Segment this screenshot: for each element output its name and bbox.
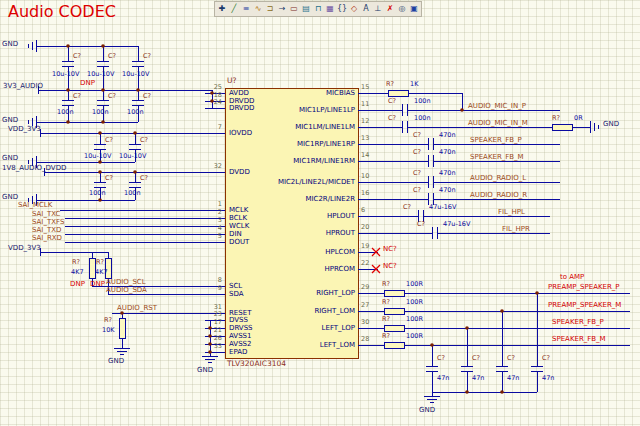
- res-value[interactable]: 0R: [574, 114, 583, 122]
- cap-value[interactable]: 10u-10V: [84, 152, 111, 160]
- res-value[interactable]: 100R: [406, 332, 423, 340]
- place-sheet-entry-icon[interactable]: ⊓: [312, 3, 324, 15]
- cap-value[interactable]: 470n: [439, 186, 456, 194]
- place-device-sheet-icon[interactable]: ▦: [324, 3, 336, 15]
- place-power-port-icon[interactable]: ⊥: [372, 3, 384, 15]
- res-value[interactable]: 4K7: [71, 268, 84, 276]
- place-port-icon[interactable]: ◇: [348, 3, 360, 15]
- res-value[interactable]: 1K: [410, 80, 418, 88]
- audio-radio-l-cap[interactable]: [378, 176, 560, 188]
- cap-ref[interactable]: C?: [388, 97, 396, 105]
- cap-value[interactable]: 10u-10V: [52, 70, 79, 78]
- cap-value[interactable]: 100n: [414, 114, 431, 122]
- net-label-sai-mclk[interactable]: SAI_MCLK: [18, 201, 52, 209]
- cap-ref[interactable]: C?: [388, 114, 396, 122]
- place-net-label-icon[interactable]: A: [360, 3, 372, 15]
- place-harness-connector-icon[interactable]: ⊐: [264, 3, 276, 15]
- net-label-audio-sda[interactable]: AUDIO_SDA: [106, 286, 147, 294]
- cap-ref[interactable]: C?: [105, 136, 113, 144]
- res-value[interactable]: 100R: [406, 298, 423, 306]
- res-ref[interactable]: R?: [382, 315, 390, 323]
- cursor-icon[interactable]: ✚: [216, 3, 228, 15]
- cap-ref[interactable]: C?: [105, 174, 113, 182]
- cap-ref[interactable]: C?: [417, 220, 425, 228]
- cap-value[interactable]: 100n: [414, 97, 431, 105]
- net-label-audio-mic-in-p[interactable]: AUDIO_MIC_IN_P: [468, 102, 526, 110]
- wire-vdd3v3-iovdd[interactable]: [40, 129, 205, 137]
- ic-designator[interactable]: U?: [227, 77, 236, 85]
- cap-ref[interactable]: C?: [403, 203, 411, 211]
- ic-part-number[interactable]: TLV320AIC3104: [227, 360, 286, 368]
- net-label-sai-txd[interactable]: SAI_TXD: [32, 226, 61, 234]
- cap-value[interactable]: 47n: [507, 374, 519, 382]
- cap-ref[interactable]: C?: [140, 174, 148, 182]
- cap-ref[interactable]: C?: [73, 92, 81, 100]
- gnd-label[interactable]: GND: [603, 120, 619, 128]
- cap-value[interactable]: 470n: [439, 169, 456, 177]
- res-ref[interactable]: R?: [72, 258, 80, 266]
- power-label-vdd3v3[interactable]: VDD_3V3: [8, 244, 41, 252]
- cap-value[interactable]: 47n: [437, 374, 449, 382]
- cap-value[interactable]: 47n: [542, 374, 554, 382]
- net-label-speaker-fb-m[interactable]: SPEAKER_FB_M: [470, 153, 524, 161]
- gnd-label[interactable]: GND: [2, 193, 18, 201]
- net-label-audio-rst[interactable]: AUDIO_RST: [117, 304, 157, 312]
- place-harness-entry-icon[interactable]: →: [276, 3, 288, 15]
- gnd-label[interactable]: GND: [108, 357, 124, 365]
- res-ref[interactable]: R?: [96, 258, 104, 266]
- cap-value[interactable]: 10u-10V: [87, 70, 114, 78]
- wire-1v8-dvdd[interactable]: [44, 168, 205, 176]
- net-label-preamp-speaker-m[interactable]: PREAMP_SPEAKER_M: [548, 301, 621, 309]
- power-label-3v3-audio[interactable]: 3V3_AUDIO: [3, 82, 43, 90]
- cap-value[interactable]: 470n: [439, 148, 456, 156]
- cap-ref[interactable]: C?: [507, 354, 515, 362]
- net-label-audio-scl[interactable]: AUDIO_SCL: [106, 278, 146, 286]
- gnd-symbol-bottom-right[interactable]: [424, 396, 440, 402]
- schematic-canvas[interactable]: Audio CODEC ✚ ╱ ≡ ∿ ⊐ → ▭ ▤ ⊓ ▦ {} ◇ A ⊥…: [0, 0, 640, 426]
- gnd-symbol-left-2[interactable]: [28, 116, 138, 128]
- no-connect-ref[interactable]: NC?: [383, 245, 397, 253]
- cap-ref[interactable]: C?: [73, 52, 81, 60]
- res-ref[interactable]: R?: [552, 114, 560, 122]
- gnd-label[interactable]: GND: [419, 406, 435, 414]
- cap-ref[interactable]: C?: [143, 52, 151, 60]
- cap-value[interactable]: 47u-16V: [443, 220, 470, 228]
- cap-ref[interactable]: C?: [140, 136, 148, 144]
- cap-value[interactable]: 100n: [127, 108, 144, 116]
- cap-ref[interactable]: C?: [542, 354, 550, 362]
- net-label-speaker-fb-p[interactable]: SPEAKER_FB_P: [470, 136, 522, 144]
- place-code-symbol-icon[interactable]: {}: [336, 3, 348, 15]
- wire-sai-bus[interactable]: [60, 210, 205, 242]
- net-label-fil-hpr[interactable]: FIL_HPR: [502, 225, 530, 233]
- cap-ref[interactable]: C?: [413, 186, 421, 194]
- res-ref[interactable]: R?: [382, 298, 390, 306]
- gnd-label[interactable]: GND: [2, 116, 18, 124]
- net-label-audio-radio-l[interactable]: AUDIO_RADIO_L: [470, 174, 526, 182]
- place-sheet-symbol-icon[interactable]: ▤: [300, 3, 312, 15]
- res-ref[interactable]: R?: [382, 332, 390, 340]
- cap-value[interactable]: 10u-10V: [119, 152, 146, 160]
- cap-ref[interactable]: C?: [108, 92, 116, 100]
- speaker-fb-p-cap[interactable]: [378, 138, 560, 150]
- gnd-label[interactable]: GND: [197, 366, 213, 374]
- cap-value[interactable]: 100n: [124, 189, 141, 197]
- net-label-fil-hpl[interactable]: FIL_HPL: [498, 208, 525, 216]
- place-no-erc-icon[interactable]: ✗: [384, 3, 396, 15]
- cap-value[interactable]: 100n: [89, 189, 106, 197]
- cap-ref[interactable]: C?: [143, 92, 151, 100]
- res-ref[interactable]: R?: [386, 80, 394, 88]
- cap-value[interactable]: 100n: [92, 108, 109, 116]
- place-probe-icon[interactable]: ◎: [396, 3, 408, 15]
- cap-value[interactable]: 10u-10V: [122, 70, 149, 78]
- net-label-sai-txc[interactable]: SAI_TXC: [32, 210, 60, 218]
- speaker-fb-m-cap[interactable]: [378, 155, 560, 167]
- place-parameter-icon[interactable]: ▣: [408, 3, 420, 15]
- place-signal-harness-icon[interactable]: ∿: [252, 3, 264, 15]
- cap-ref[interactable]: C?: [413, 131, 421, 139]
- cap-value[interactable]: 100n: [57, 108, 74, 116]
- res-value[interactable]: 4K7: [95, 268, 108, 276]
- net-label-sai-rxd[interactable]: SAI_RXD: [32, 234, 62, 242]
- res-value[interactable]: 10K: [102, 326, 115, 334]
- res-value[interactable]: 100R: [406, 280, 423, 288]
- cap-value[interactable]: 47n: [472, 374, 484, 382]
